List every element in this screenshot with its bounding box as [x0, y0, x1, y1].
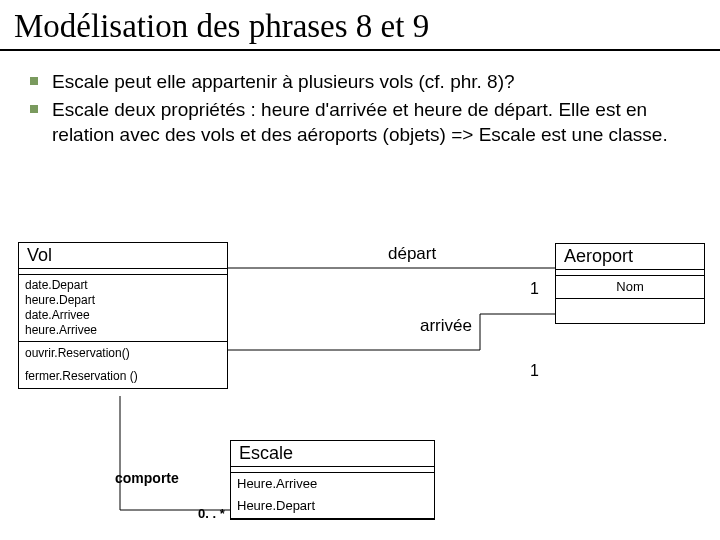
attr: Heure.Depart	[237, 498, 428, 514]
op: fermer.Reservation ()	[25, 368, 221, 385]
class-escale-attrs: Heure.Arrivee Heure.Depart	[231, 473, 434, 519]
class-vol-ops: ouvrir.Reservation() fermer.Reservation …	[19, 342, 227, 388]
bullet-list: Escale peut elle appartenir à plusieurs …	[0, 69, 720, 148]
class-aeroport: Aeroport Nom	[555, 243, 705, 324]
class-vol-name: Vol	[19, 243, 227, 269]
attr: date.Arrivee	[25, 308, 221, 323]
assoc-depart-label: départ	[388, 244, 436, 264]
assoc-arrivee-label: arrivée	[420, 316, 472, 336]
attr: date.Depart	[25, 278, 221, 293]
class-escale: Escale Heure.Arrivee Heure.Depart	[230, 440, 435, 520]
mult-many: 0. . *	[198, 506, 225, 521]
op: ouvrir.Reservation()	[25, 345, 221, 362]
bullet-item: Escale deux propriétés : heure d'arrivée…	[52, 97, 700, 148]
mult-1-top: 1	[530, 280, 539, 298]
slide-title: Modélisation des phrases 8 et 9	[0, 0, 720, 51]
attr: Heure.Arrivee	[237, 476, 428, 492]
bullet-item: Escale peut elle appartenir à plusieurs …	[52, 69, 700, 95]
attr: heure.Depart	[25, 293, 221, 308]
class-escale-name: Escale	[231, 441, 434, 467]
attr: heure.Arrivee	[25, 323, 221, 338]
class-aeroport-name: Aeroport	[556, 244, 704, 270]
attr: Nom	[562, 279, 698, 295]
class-aeroport-ops	[556, 299, 704, 323]
mult-1-bottom: 1	[530, 362, 539, 380]
class-vol-attrs: date.Depart heure.Depart date.Arrivee he…	[19, 275, 227, 342]
class-aeroport-attrs: Nom	[556, 276, 704, 299]
assoc-comporte-label: comporte	[115, 470, 179, 486]
class-vol: Vol date.Depart heure.Depart date.Arrive…	[18, 242, 228, 389]
